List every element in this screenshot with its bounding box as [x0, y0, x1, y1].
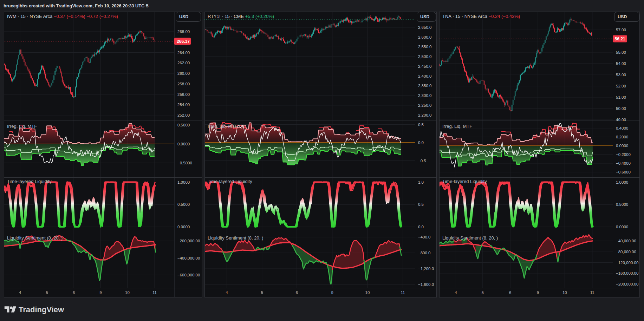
svg-text:−160,000.00: −160,000.00 — [616, 271, 638, 275]
svg-text:260.00: 260.00 — [177, 71, 190, 76]
svg-text:Irreg. Liq. MTF: Irreg. Liq. MTF — [7, 124, 37, 129]
svg-text:−1,200.0: −1,200.0 — [418, 267, 434, 271]
svg-text:4: 4 — [455, 290, 457, 295]
svg-text:4: 4 — [19, 290, 21, 295]
svg-text:−200,000.00: −200,000.00 — [177, 239, 200, 243]
svg-text:10: 10 — [562, 290, 567, 295]
svg-text:1.0: 1.0 — [418, 180, 424, 184]
svg-text:Irreg. Liq. MTF: Irreg. Liq. MTF — [442, 124, 472, 129]
svg-text:0.5: 0.5 — [418, 202, 424, 207]
svg-text:52.00: 52.00 — [616, 84, 626, 88]
svg-text:50.00: 50.00 — [616, 106, 626, 111]
svg-text:−40,000.00: −40,000.00 — [616, 239, 636, 243]
svg-text:−400.0: −400.0 — [418, 235, 431, 239]
svg-text:0.0000: 0.0000 — [616, 225, 628, 229]
svg-text:252.00: 252.00 — [177, 113, 190, 117]
svg-text:5: 5 — [261, 290, 263, 295]
svg-text:RTY1! · 15 · CME +5.3 (+0.20%: RTY1! · 15 · CME +5.3 (+0.20%) — [208, 14, 274, 19]
svg-text:brucegibbs created with Tradin: brucegibbs created with TradingView.com,… — [4, 4, 148, 8]
svg-text:−200,000.00: −200,000.00 — [616, 282, 638, 286]
svg-text:0.5000: 0.5000 — [616, 202, 628, 207]
svg-text:5: 5 — [482, 290, 484, 295]
svg-text:2,250.0: 2,250.0 — [418, 103, 431, 107]
svg-text:0.4000: 0.4000 — [616, 126, 628, 130]
svg-text:1.0000: 1.0000 — [616, 180, 628, 184]
svg-text:2,400.0: 2,400.0 — [418, 74, 431, 78]
svg-text:6: 6 — [509, 290, 511, 295]
svg-text:Liquidity Sentiment (8, 20, ): Liquidity Sentiment (8, 20, ) — [442, 235, 498, 241]
svg-text:0.2000: 0.2000 — [616, 135, 628, 139]
svg-text:262.00: 262.00 — [177, 61, 190, 65]
svg-text:5: 5 — [46, 290, 48, 295]
svg-text:254.00: 254.00 — [177, 103, 190, 107]
svg-text:IWM · 15 · NYSE Arca −0.37 (−: IWM · 15 · NYSE Arca −0.37 (−0.14%) −0.7… — [7, 14, 118, 19]
svg-text:266.17: 266.17 — [177, 39, 190, 44]
svg-text:1.0000: 1.0000 — [177, 180, 190, 184]
svg-text:−0.6000: −0.6000 — [616, 170, 631, 174]
svg-text:−800.0: −800.0 — [418, 251, 431, 255]
svg-text:2,450.0: 2,450.0 — [418, 64, 431, 68]
svg-text:TradingView: TradingView — [19, 305, 64, 314]
svg-text:−80,000.00: −80,000.00 — [616, 250, 636, 254]
svg-text:−0.2000: −0.2000 — [616, 152, 631, 157]
svg-text:Liquidity Sentiment (8, 20, ): Liquidity Sentiment (8, 20, ) — [7, 235, 63, 241]
svg-text:256.00: 256.00 — [177, 92, 190, 97]
svg-text:0.5000: 0.5000 — [177, 123, 190, 127]
svg-text:268.00: 268.00 — [177, 30, 190, 34]
svg-text:49.00: 49.00 — [616, 118, 626, 122]
svg-text:11: 11 — [152, 290, 157, 295]
svg-text:−600,000.00: −600,000.00 — [177, 273, 200, 277]
svg-text:2,500.0: 2,500.0 — [418, 54, 431, 59]
svg-text:−400,000.00: −400,000.00 — [177, 256, 200, 260]
svg-text:11: 11 — [401, 290, 405, 295]
svg-text:264.00: 264.00 — [177, 51, 190, 55]
svg-text:57.00: 57.00 — [616, 28, 626, 32]
svg-text:−120,000.00: −120,000.00 — [616, 261, 638, 265]
svg-text:55.00: 55.00 — [616, 50, 626, 54]
svg-text:Time-layered Liquidity: Time-layered Liquidity — [442, 179, 487, 184]
svg-text:2,200.0: 2,200.0 — [418, 113, 431, 117]
svg-text:2,550.0: 2,550.0 — [418, 45, 431, 49]
svg-text:258.00: 258.00 — [177, 82, 190, 86]
svg-text:6: 6 — [296, 290, 298, 295]
svg-text:USD: USD — [179, 14, 188, 19]
svg-text:9: 9 — [537, 290, 539, 295]
svg-text:USD: USD — [618, 14, 627, 19]
svg-text:TNA · 15 · NYSE Arca −0.24 (−: TNA · 15 · NYSE Arca −0.24 (−0.43%) — [442, 14, 520, 19]
svg-text:0.0000: 0.0000 — [616, 144, 628, 148]
svg-text:Liquidity Sentiment (8, 20, ): Liquidity Sentiment (8, 20, ) — [208, 235, 263, 241]
svg-text:−1,600.0: −1,600.0 — [418, 282, 434, 287]
svg-text:51.00: 51.00 — [616, 95, 626, 99]
svg-text:−0.5000: −0.5000 — [177, 161, 192, 165]
svg-text:9: 9 — [99, 290, 102, 295]
svg-text:2,350.0: 2,350.0 — [418, 84, 431, 88]
svg-text:Time-layered Liquidity: Time-layered Liquidity — [7, 179, 52, 184]
svg-text:9: 9 — [331, 290, 333, 295]
svg-text:2,300.0: 2,300.0 — [418, 93, 431, 98]
svg-text:USD: USD — [420, 14, 429, 19]
svg-text:53.00: 53.00 — [616, 73, 626, 77]
svg-text:10: 10 — [365, 290, 370, 295]
svg-text:11: 11 — [590, 290, 594, 295]
svg-text:0.0: 0.0 — [418, 225, 424, 229]
svg-text:−0.5: −0.5 — [418, 159, 426, 163]
svg-text:54.00: 54.00 — [616, 61, 626, 66]
svg-text:Irreg. Liq. MTF: Irreg. Liq. MTF — [208, 124, 238, 129]
svg-text:−0.4000: −0.4000 — [616, 161, 631, 165]
svg-text:0.0: 0.0 — [418, 140, 424, 145]
svg-text:2,650.0: 2,650.0 — [418, 25, 431, 30]
svg-text:6: 6 — [73, 290, 75, 295]
svg-text:0.5000: 0.5000 — [177, 202, 190, 207]
svg-text:56.21: 56.21 — [614, 37, 625, 41]
svg-text:0.5: 0.5 — [418, 123, 424, 127]
svg-text:0.0000: 0.0000 — [177, 142, 190, 146]
svg-text:Time-layered Liquidity: Time-layered Liquidity — [208, 179, 252, 184]
svg-text:2,600.0: 2,600.0 — [418, 35, 431, 39]
svg-text:0.0000: 0.0000 — [177, 225, 190, 229]
svg-text:10: 10 — [125, 290, 130, 295]
svg-text:4: 4 — [226, 290, 228, 295]
